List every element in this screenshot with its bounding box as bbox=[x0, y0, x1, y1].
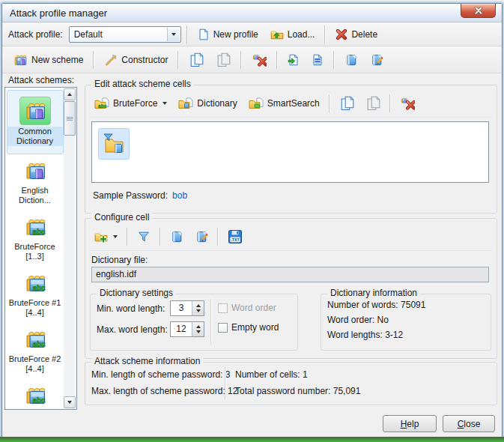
edit-dictionary-file-button[interactable] bbox=[190, 227, 213, 246]
add-dictionary-file-button[interactable] bbox=[90, 227, 122, 246]
scheme-item-bruteforce-no1[interactable]: BruteForce #1 [4..4] bbox=[7, 267, 64, 323]
scheme-item-label: BruteForce #2 [4..4] bbox=[7, 354, 63, 374]
icon-wrap bbox=[20, 270, 50, 297]
load-profile-button[interactable]: Load... bbox=[266, 25, 320, 44]
attack-profile-manager-window: Attack profile manager Attack profile: D… bbox=[1, 3, 503, 438]
configure-cell-group-title: Configure cell bbox=[91, 212, 152, 222]
scheme-item-english-dictionary[interactable]: English Diction... bbox=[7, 154, 64, 211]
copy-scheme-button[interactable] bbox=[184, 50, 208, 70]
delete-cell-button[interactable] bbox=[395, 94, 419, 113]
delete-scheme-button[interactable] bbox=[247, 50, 271, 70]
dictionary-scheme-icon bbox=[23, 99, 47, 123]
min-word-length-value[interactable]: 3 bbox=[171, 301, 192, 315]
import-scheme-button[interactable] bbox=[283, 50, 304, 70]
scrollbar-up-button[interactable] bbox=[64, 88, 76, 100]
bruteforce-scheme-icon bbox=[23, 271, 47, 295]
delete-scheme-icon bbox=[252, 52, 267, 67]
scheme-item-bruteforce-1-3[interactable]: BruteForce [1..3] bbox=[7, 211, 64, 267]
dictionary-cell-item[interactable] bbox=[98, 128, 130, 160]
filter-button[interactable] bbox=[133, 227, 155, 246]
new-profile-page-icon bbox=[198, 28, 210, 40]
close-dialog-button[interactable]: Close bbox=[443, 415, 495, 432]
scheme-item-clipped[interactable] bbox=[7, 379, 64, 408]
icon-wrap bbox=[20, 382, 50, 408]
new-profile-label: New profile bbox=[213, 29, 258, 40]
dictionary-filter-cell-icon bbox=[102, 132, 126, 156]
edit-dictionary-button[interactable] bbox=[365, 50, 388, 70]
paste-icon-disabled bbox=[216, 52, 231, 67]
spinner-down-icon[interactable] bbox=[196, 309, 201, 312]
attack-scheme-info-group: Attack scheme information Min. length of… bbox=[85, 362, 497, 405]
scheme-item-bruteforce-no2[interactable]: BruteForce #2 [4..4] bbox=[7, 323, 64, 379]
scroll-down-icon bbox=[67, 401, 72, 404]
constructor-label: Constructor bbox=[121, 55, 168, 65]
load-profile-label: Load... bbox=[288, 29, 315, 40]
copy-cell-button[interactable] bbox=[335, 94, 359, 113]
new-profile-button[interactable]: New profile bbox=[193, 25, 263, 44]
add-bruteforce-cell-button[interactable]: abc BruteForce bbox=[90, 94, 171, 113]
toolbar-separator bbox=[217, 228, 219, 246]
toolbar-separator bbox=[177, 51, 179, 69]
view-dictionary-file-button[interactable] bbox=[166, 227, 188, 246]
delete-x-icon bbox=[336, 28, 347, 40]
window-title: Attack profile manager bbox=[10, 7, 107, 19]
max-scheme-password-line: Max. length of scheme password: 12 bbox=[91, 385, 237, 397]
filter-funnel-icon bbox=[137, 231, 151, 243]
new-scheme-button[interactable]: New scheme bbox=[8, 50, 88, 70]
scrollbar-thumb[interactable] bbox=[64, 101, 76, 136]
profile-combobox[interactable]: Default bbox=[69, 26, 181, 43]
toolbar-separator bbox=[127, 228, 128, 246]
toolbar-separator bbox=[240, 51, 242, 69]
delete-profile-label: Delete bbox=[351, 29, 377, 40]
close-button[interactable] bbox=[461, 4, 496, 18]
scheme-item-common-dictionary[interactable]: Common Dictionary bbox=[7, 90, 64, 154]
spinner-up-icon[interactable] bbox=[196, 304, 201, 307]
word-order-label: Word order bbox=[231, 303, 276, 313]
paste-cell-button bbox=[361, 94, 385, 113]
spinner-up-icon[interactable] bbox=[196, 325, 201, 328]
paste-scheme-button bbox=[211, 50, 235, 70]
toolbar-separator bbox=[333, 51, 335, 69]
titlebar[interactable]: Attack profile manager bbox=[2, 4, 502, 22]
add-smartsearch-cell-button[interactable]: SmartSearch bbox=[244, 94, 324, 113]
delete-cell-icon bbox=[400, 96, 415, 111]
import-icon bbox=[288, 54, 300, 66]
scheme-cells-area[interactable] bbox=[91, 121, 489, 183]
schemes-scrollbar[interactable] bbox=[64, 88, 76, 408]
max-word-length-spinner[interactable]: 12 bbox=[170, 321, 204, 337]
sample-password-label: Sample Password: bbox=[93, 190, 168, 201]
dictionary-cell-icon bbox=[178, 97, 193, 109]
bruteforce-scheme-icon bbox=[23, 215, 47, 239]
toolbar-separator bbox=[389, 94, 391, 112]
empty-word-checkbox[interactable] bbox=[218, 323, 228, 333]
max-word-length-value[interactable]: 12 bbox=[171, 322, 192, 336]
new-scheme-icon bbox=[13, 52, 28, 67]
scroll-up-icon bbox=[67, 93, 72, 96]
chevron-down-icon bbox=[113, 235, 118, 238]
combobox-dropdown-button[interactable] bbox=[167, 28, 180, 41]
constructor-button[interactable]: Constructor bbox=[100, 50, 172, 70]
scheme-item-label: BruteForce [1..3] bbox=[7, 242, 63, 261]
bruteforce-cell-label: BruteForce bbox=[113, 98, 157, 109]
settings-separator bbox=[210, 299, 212, 345]
attack-schemes-list[interactable]: Common Dictionary English Diction... Bru… bbox=[4, 87, 77, 410]
configure-toolbar bbox=[90, 223, 492, 251]
help-button[interactable]: Help bbox=[383, 415, 437, 432]
min-word-length-spinner[interactable]: 3 bbox=[170, 300, 204, 316]
dictionary-settings-group: Dictionary settings Min. word length: 3 … bbox=[90, 294, 298, 351]
report-button[interactable] bbox=[307, 50, 328, 70]
word-lengths-line: Word lengths: 3-12 bbox=[327, 329, 403, 341]
view-dictionary-button[interactable] bbox=[340, 50, 362, 70]
dictionary-file-field[interactable]: english.idf bbox=[91, 267, 489, 282]
toolbar-separator bbox=[329, 94, 330, 112]
spinner-down-icon[interactable] bbox=[196, 330, 201, 333]
scrollbar-down-button[interactable] bbox=[64, 396, 76, 408]
min-scheme-password-line: Min. length of scheme password: 3 bbox=[91, 369, 230, 381]
report-icon bbox=[312, 54, 324, 66]
sample-password-value: bob bbox=[172, 190, 187, 201]
close-icon bbox=[474, 7, 483, 14]
save-as-txt-button[interactable] bbox=[223, 227, 247, 246]
book-icon bbox=[344, 54, 358, 66]
add-dictionary-cell-button[interactable]: Dictionary bbox=[174, 94, 241, 113]
delete-profile-button[interactable]: Delete bbox=[331, 25, 382, 44]
